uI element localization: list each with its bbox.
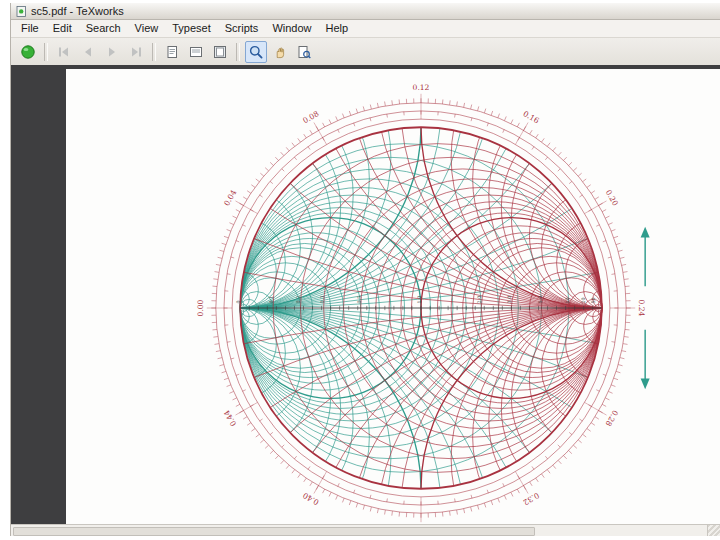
typeset-button[interactable] [17, 41, 39, 63]
scrollbar-thumb[interactable] [13, 527, 535, 536]
smith-chart: 0.000.040.080.120.160.200.240.280.320.36… [186, 73, 656, 524]
toolbar [11, 38, 720, 66]
svg-text:1.0: 1.0 [416, 296, 422, 304]
menu-typeset[interactable]: Typeset [165, 20, 218, 37]
document-viewport[interactable]: 0.000.040.080.120.160.200.240.280.320.36… [11, 65, 720, 524]
toolbar-separator [152, 43, 156, 61]
menu-window[interactable]: Window [265, 20, 318, 37]
select-icon [296, 44, 312, 60]
previous-page-button[interactable] [77, 41, 99, 63]
actual-size-button[interactable] [161, 41, 183, 63]
menu-help[interactable]: Help [319, 20, 356, 37]
svg-text:0.32: 0.32 [521, 491, 540, 507]
select-tool-button[interactable] [293, 41, 315, 63]
title-bar[interactable]: sc5.pdf - TeXworks [11, 3, 720, 20]
magnify-tool-button[interactable] [245, 41, 267, 63]
svg-text:0.12: 0.12 [413, 83, 430, 92]
svg-text:20: 20 [580, 297, 586, 303]
scroll-tool-button[interactable] [269, 41, 291, 63]
horizontal-scrollbar[interactable] [11, 524, 720, 536]
app-icon [16, 6, 27, 17]
svg-text:0.28: 0.28 [604, 409, 620, 428]
svg-text:0.2: 0.2 [295, 296, 301, 304]
svg-text:0.24: 0.24 [637, 300, 646, 317]
svg-text:2.0: 2.0 [476, 296, 482, 304]
svg-text:0.3: 0.3 [319, 296, 325, 304]
svg-text:10: 10 [564, 297, 570, 303]
svg-text:5.0: 5.0 [537, 296, 543, 304]
menu-view[interactable]: View [128, 20, 166, 37]
svg-text:0.20: 0.20 [604, 188, 620, 207]
last-icon [128, 44, 144, 60]
svg-text:0.1: 0.1 [268, 296, 274, 304]
svg-text:0.00: 0.00 [196, 299, 205, 316]
next-page-button[interactable] [101, 41, 123, 63]
pdf-page: 0.000.040.080.120.160.200.240.280.320.36… [66, 69, 720, 524]
menu-bar: FileEditSearchViewTypesetScriptsWindowHe… [11, 20, 720, 38]
magnifier-icon [248, 44, 264, 60]
prev-icon [80, 44, 96, 60]
first-icon [56, 44, 72, 60]
toolbar-separator [236, 43, 240, 61]
typeset-icon [20, 44, 36, 60]
svg-text:0.16: 0.16 [522, 109, 541, 125]
svg-text:0.40: 0.40 [301, 491, 320, 507]
fit-window-button[interactable] [209, 41, 231, 63]
next-icon [104, 44, 120, 60]
hand-icon [272, 44, 288, 60]
page-actual-icon [164, 44, 180, 60]
menu-edit[interactable]: Edit [46, 20, 79, 37]
menu-search[interactable]: Search [79, 20, 128, 37]
page-window-icon [212, 44, 228, 60]
texworks-window: sc5.pdf - TeXworks FileEditSearchViewTyp… [10, 3, 720, 536]
svg-text:0.44: 0.44 [222, 408, 238, 427]
svg-text:0: 0 [235, 300, 241, 303]
resize-grip-icon [707, 525, 720, 536]
menu-scripts[interactable]: Scripts [218, 20, 266, 37]
svg-text:0.5: 0.5 [356, 296, 362, 304]
menu-file[interactable]: File [14, 20, 46, 37]
svg-text:0.04: 0.04 [222, 188, 238, 207]
first-page-button[interactable] [53, 41, 75, 63]
fit-width-button[interactable] [185, 41, 207, 63]
svg-text:0.08: 0.08 [301, 109, 320, 125]
toolbar-separator [44, 43, 48, 61]
page-width-icon [188, 44, 204, 60]
last-page-button[interactable] [125, 41, 147, 63]
window-title: sc5.pdf - TeXworks [31, 5, 124, 17]
svg-text:3.0: 3.0 [506, 296, 512, 304]
svg-text:50: 50 [590, 297, 596, 303]
